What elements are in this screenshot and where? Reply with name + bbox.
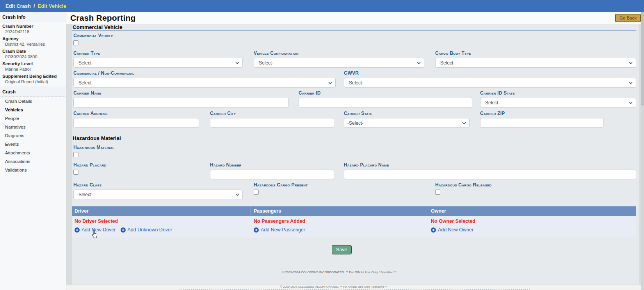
sidebar-item-diagrams[interactable]: Diagrams — [0, 131, 66, 140]
breadcrumb-edit-crash[interactable]: Edit Crash — [5, 3, 31, 9]
breadcrumb-edit-vehicle[interactable]: Edit Vehicle — [38, 3, 66, 9]
info-value-agency: District 42, Versailles — [0, 41, 66, 47]
gwvr-label: GWVR — [344, 70, 636, 76]
hazard-placard-name-label: Hazard Placard Name — [344, 162, 636, 168]
hazard-class-select[interactable]: -Select- — [73, 190, 243, 199]
sidebar-header-crash: Crash — [0, 86, 66, 97]
sidebar-item-narratives[interactable]: Narratives — [0, 123, 66, 131]
column-header-driver: Driver — [72, 206, 251, 216]
go-back-button[interactable]: Go Back — [615, 14, 641, 22]
scrollbar[interactable] — [641, 12, 644, 290]
add-new-passenger-link[interactable]: Add New Passenger — [254, 227, 305, 233]
sidebar-item-validations[interactable]: Validations — [0, 166, 66, 174]
info-value-crash-date: 07/30/2024 0800 — [0, 54, 66, 60]
sidebar-item-people[interactable]: People — [0, 114, 66, 123]
passengers-cell: No Passengers Added Add New Passenger — [251, 216, 428, 238]
carrier-city-label: Carrier City — [210, 111, 334, 116]
add-new-owner-link[interactable]: Add New Owner — [431, 227, 473, 233]
field-carrier-name: Carrier Name — [73, 90, 289, 107]
carrier-id-state-select[interactable]: -Select- — [480, 98, 636, 107]
sidebar-item-associations[interactable]: Associations — [0, 157, 66, 166]
hazard-placard-checkbox[interactable] — [73, 170, 78, 175]
info-label-supplement: Supplement Being Edited — [0, 72, 66, 79]
carrier-state-select[interactable]: -Select- — [344, 118, 470, 128]
field-gwvr: GWVR -Select- — [344, 70, 636, 88]
driver-status: No Driver Selected — [75, 218, 251, 224]
bottom-footer-strip: © 2009-2024 COLOSSUS INCORPORATED. ** Fo… — [66, 285, 644, 290]
hazardous-cargo-present-checkbox[interactable] — [254, 190, 259, 195]
people-table-row: No Driver Selected Add New Driver Add Un… — [72, 216, 636, 238]
chevron-down-icon — [328, 82, 332, 84]
hazard-class-label: Hazard Class — [73, 182, 243, 188]
info-value-crash-number: 2024D42118 — [0, 29, 66, 35]
hazard-number-input[interactable] — [210, 170, 334, 179]
people-table-header: Driver Passengers Owner — [72, 206, 636, 216]
field-cargo-body-type: Cargo Body Type -Select- — [435, 50, 636, 68]
commercial-vehicle-checkbox[interactable] — [73, 40, 78, 45]
field-carrier-id-state: Carrier ID State -Select- — [480, 90, 636, 107]
hazard-placard-name-input[interactable] — [344, 170, 636, 179]
people-table: Driver Passengers Owner No Driver Select… — [72, 206, 636, 238]
sidebar-item-events[interactable]: Events — [0, 140, 66, 149]
hazardous-material-checkbox[interactable] — [73, 152, 78, 157]
passengers-status: No Passengers Added — [254, 218, 428, 224]
info-label-security-level: Security Level — [0, 60, 66, 66]
gwvr-select[interactable]: -Select- — [344, 78, 636, 88]
section-divider — [72, 142, 636, 142]
carrier-address-input[interactable] — [73, 118, 199, 128]
commercial-non-commercial-select[interactable]: -Select- — [73, 78, 336, 88]
chevron-down-icon — [629, 102, 633, 104]
field-hazard-placard: Hazard Placard — [73, 162, 107, 175]
sidebar: Crash Info Crash Number 2024D42118 Agenc… — [0, 12, 66, 290]
add-new-driver-link[interactable]: Add New Driver — [75, 227, 116, 233]
commercial-vehicle-label: Commercial Vehicle — [73, 33, 113, 38]
chevron-down-icon — [462, 122, 466, 124]
save-button[interactable]: Save — [332, 245, 352, 254]
sidebar-item-crash-details[interactable]: Crash Details — [0, 97, 66, 106]
section-title-commercial-vehicle: Commercial Vehicle — [73, 24, 123, 30]
chevron-down-icon — [235, 62, 239, 64]
carrier-city-input[interactable] — [210, 118, 334, 128]
plus-circle-icon — [121, 227, 126, 233]
footer-copyright-repeat: © 2009-2024 COLOSSUS INCORPORATED. ** Fo… — [66, 285, 601, 288]
field-carrier-city: Carrier City — [210, 111, 334, 128]
field-hazard-number: Hazard Number — [210, 162, 334, 179]
content-area: Commercial Vehicle Commercial Vehicle Ca… — [66, 24, 644, 285]
field-carrier-address: Carrier Address — [73, 111, 199, 128]
field-carrier-type: Carrier Type -Select- — [73, 50, 243, 68]
page-title: Crash Reporting — [70, 13, 136, 23]
sidebar-header-crash-info: Crash Info — [0, 12, 66, 22]
hazardous-cargo-released-label: Hazardous Cargo Released — [435, 182, 492, 188]
info-label-crash-number: Crash Number — [0, 22, 66, 29]
chevron-down-icon — [235, 193, 239, 196]
commercial-non-commercial-label: Commercial / Non-Commercial — [73, 70, 336, 76]
info-label-crash-date: Crash Date — [0, 47, 66, 54]
hazardous-material-label: Hazardous Material — [73, 145, 114, 150]
scrollbar-thumb[interactable] — [641, 12, 644, 106]
carrier-name-label: Carrier Name — [73, 90, 289, 96]
chevron-down-icon — [417, 62, 421, 64]
field-hazard-placard-name: Hazard Placard Name — [344, 162, 636, 179]
cargo-body-type-select[interactable]: -Select- — [435, 58, 636, 68]
add-unknown-driver-link[interactable]: Add Unknown Driver — [121, 227, 173, 233]
plus-circle-icon — [254, 227, 259, 233]
driver-cell: No Driver Selected Add New Driver Add Un… — [72, 216, 251, 238]
carrier-id-label: Carrier ID — [299, 90, 472, 96]
plus-circle-icon — [431, 227, 436, 233]
sidebar-item-attachments[interactable]: Attachments — [0, 149, 66, 157]
carrier-name-input[interactable] — [73, 98, 289, 107]
hazard-placard-label: Hazard Placard — [73, 162, 107, 168]
section-title-hazardous-material: Hazardous Material — [73, 135, 121, 141]
chevron-down-icon — [629, 62, 633, 64]
carrier-type-select[interactable]: -Select- — [73, 58, 243, 68]
hazardous-cargo-released-checkbox[interactable] — [435, 190, 440, 195]
footer-copyright: © 2009-2024 COLOSSUS INCORPORATED. ** Fo… — [72, 270, 607, 274]
field-hazard-class: Hazard Class -Select- — [73, 182, 243, 199]
field-carrier-id: Carrier ID — [299, 90, 472, 107]
carrier-address-label: Carrier Address — [73, 111, 199, 116]
vehicle-configuration-label: Vehicle Configuration — [254, 50, 424, 56]
carrier-id-input[interactable] — [299, 98, 472, 107]
vehicle-configuration-select[interactable]: -Select- — [254, 58, 424, 68]
carrier-zip-input[interactable] — [480, 118, 604, 128]
sidebar-item-vehicles[interactable]: Vehicles — [0, 106, 66, 114]
